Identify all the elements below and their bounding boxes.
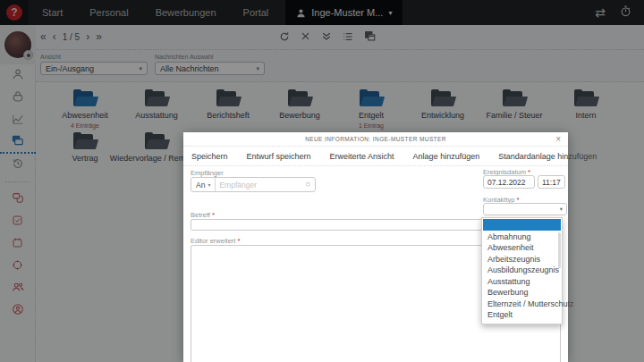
standardanlage-hinzufuegen-button[interactable]: Standardanlage hinzufügen xyxy=(498,152,597,161)
search-contact-icon[interactable]: ○ xyxy=(306,181,310,189)
dropdown-option[interactable]: Arbeitszeugnis xyxy=(482,254,562,265)
recipient-type-select[interactable]: An ▾ xyxy=(191,178,216,191)
dropdown-option[interactable]: Ausstattung xyxy=(482,276,562,288)
dropdown-option[interactable]: Elternzeit / Mutterschutz xyxy=(482,299,562,310)
dialog-title: NEUE INFORMATION: INGE-MUSTER MUSTER xyxy=(183,132,568,147)
app-window: ? Start Personal Bewerbungen Portal Inge… xyxy=(0,0,644,362)
recipient-type-value: An xyxy=(196,181,205,189)
required-asterisk: * xyxy=(238,237,241,245)
dropdown-scrollbar[interactable] xyxy=(558,232,561,268)
dropdown-option-empty-selected[interactable] xyxy=(483,219,561,231)
dropdown-option[interactable]: Bewerbung xyxy=(482,288,562,299)
editor-label: Editor erweitert * xyxy=(191,237,241,245)
required-asterisk: * xyxy=(212,211,215,219)
chevron-down-icon: ▾ xyxy=(208,181,210,188)
kontakttyp-dropdown: Abmahnung Abwesenheit Arbeitszeugnis Aus… xyxy=(481,217,563,324)
new-information-dialog: NEUE INFORMATION: INGE-MUSTER MUSTER × S… xyxy=(183,132,568,362)
dialog-form: Empfänger An ▾ ○ Ereignisdatum * Kontakt… xyxy=(183,166,568,362)
dropdown-option[interactable]: Abmahnung xyxy=(482,232,562,243)
empfaenger-input[interactable] xyxy=(216,181,305,189)
ereignisdatum-date-input[interactable] xyxy=(483,175,535,189)
close-icon[interactable]: × xyxy=(555,134,561,145)
kontakttyp-select[interactable]: ▾ xyxy=(483,203,567,215)
speichern-button[interactable]: Speichern xyxy=(191,152,228,161)
anlage-hinzufuegen-button[interactable]: Anlage hinzufügen xyxy=(413,152,480,161)
ereignisdatum-time-input[interactable] xyxy=(538,175,565,189)
chevron-down-icon: ▾ xyxy=(560,206,563,213)
dropdown-option[interactable]: Ausbildungszeugnis xyxy=(482,265,562,277)
empfaenger-field-group: An ▾ ○ xyxy=(191,177,316,192)
erweiterte-ansicht-button[interactable]: Erweiterte Ansicht xyxy=(330,152,394,161)
dropdown-option[interactable]: Abwesenheit xyxy=(482,243,562,255)
dropdown-option[interactable]: Entgelt xyxy=(482,310,562,322)
betreff-label: Betreff * xyxy=(191,211,215,219)
entwurf-speichern-button[interactable]: Entwurf speichern xyxy=(247,152,311,161)
dialog-action-bar: Speichern Entwurf speichern Erweiterte A… xyxy=(183,147,568,166)
empfaenger-label: Empfänger xyxy=(191,169,224,177)
